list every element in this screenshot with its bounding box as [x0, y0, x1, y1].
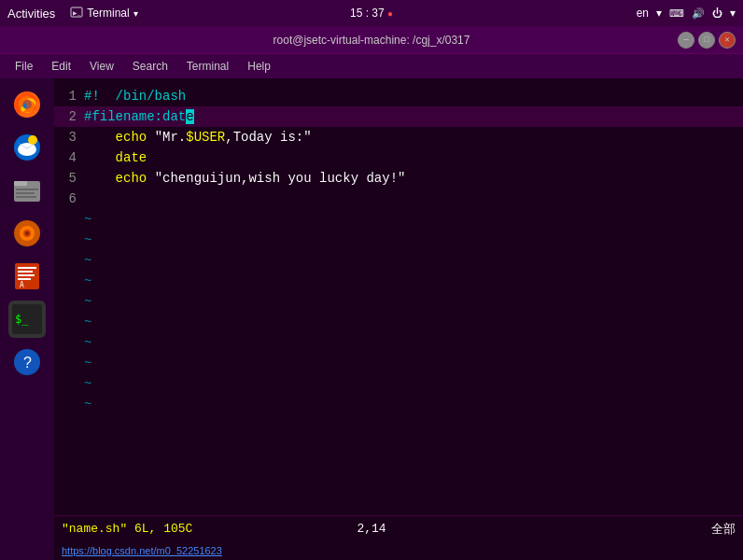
menu-search[interactable]: Search — [125, 58, 175, 75]
activities-label[interactable]: Activities — [7, 7, 55, 21]
svg-rect-9 — [14, 181, 27, 186]
tilde-5: ~ — [54, 291, 743, 312]
tilde-7: ~ — [54, 332, 743, 353]
code-line-3: 3 echo "Mr.$USER,Today is:" — [54, 127, 743, 147]
svg-text:A: A — [20, 281, 24, 289]
sidebar-dock: A $_ ? — [0, 78, 54, 560]
svg-point-7 — [28, 135, 37, 145]
tilde-8: ~ — [54, 353, 743, 373]
dock-sound[interactable] — [8, 215, 46, 252]
keyboard-icon: ⌨ — [669, 7, 684, 20]
svg-rect-19 — [18, 271, 33, 273]
menu-view[interactable]: View — [82, 58, 121, 75]
terminal-icon: ▶_ — [70, 7, 83, 20]
close-button[interactable]: ✕ — [719, 32, 736, 49]
code-line-6: 6 — [54, 189, 743, 209]
svg-text:$_: $_ — [15, 313, 29, 326]
code-line-2: 2 #filename:date — [54, 106, 743, 127]
menu-bar: File Edit View Search Terminal Help — [0, 54, 743, 78]
menu-help[interactable]: Help — [240, 58, 278, 75]
terminal-dropdown-icon: ▾ — [133, 8, 138, 19]
tilde-6: ~ — [54, 312, 743, 332]
tilde-2: ~ — [54, 230, 743, 250]
terminal-editor[interactable]: 1 #! /bin/bash 2 #filename:date 3 echo "… — [54, 78, 743, 515]
dock-text-editor[interactable]: A — [8, 258, 46, 295]
url-link[interactable]: https://blog.csdn.net/m0_52251623 — [62, 545, 222, 556]
dock-thunderbird[interactable] — [8, 129, 46, 166]
terminal-menu-btn[interactable]: ▶_ Terminal ▾ — [70, 7, 137, 20]
svg-point-16 — [25, 231, 29, 235]
title-bar: root@jsetc-virtual-machine: /cgj_x/0317 … — [0, 26, 743, 54]
svg-rect-12 — [16, 196, 36, 198]
dock-firefox[interactable] — [8, 86, 46, 123]
dock-terminal[interactable]: $_ — [8, 301, 46, 338]
system-bar: Activities ▶_ Terminal ▾ 15 : 37 ● en ▾ … — [0, 0, 743, 26]
window-title: root@jsetc-virtual-machine: /cgj_x/0317 — [273, 34, 470, 47]
code-line-5: 5 echo "chenguijun,wish you lucky day!" — [54, 168, 743, 189]
status-position: 2,14 — [357, 522, 386, 536]
tilde-1: ~ — [54, 209, 743, 230]
svg-rect-11 — [16, 192, 35, 194]
power-icon: ⏻ — [712, 7, 722, 19]
minimize-button[interactable]: ─ — [678, 32, 694, 49]
dock-files[interactable] — [8, 172, 46, 209]
tilde-3: ~ — [54, 250, 743, 271]
code-line-4: 4 date — [54, 147, 743, 168]
svg-text:?: ? — [23, 355, 32, 371]
tilde-4: ~ — [54, 271, 743, 291]
lang-dropdown: ▾ — [656, 7, 662, 20]
url-bar: https://blog.csdn.net/m0_52251623 — [54, 541, 743, 560]
menu-file[interactable]: File — [7, 58, 40, 75]
status-filename: "name.sh" 6L, 105C — [62, 522, 711, 536]
svg-rect-10 — [16, 189, 38, 190]
vim-status-bar: "name.sh" 6L, 105C 2,14 全部 — [54, 515, 743, 541]
code-line-1: 1 #! /bin/bash — [54, 86, 743, 106]
system-tray: en ▾ ⌨ 🔊 ⏻ ▾ — [637, 7, 736, 20]
menu-terminal[interactable]: Terminal — [179, 58, 236, 75]
power-dropdown: ▾ — [730, 7, 736, 20]
tilde-9: ~ — [54, 373, 743, 394]
notification-dot: ● — [387, 8, 393, 19]
svg-rect-21 — [18, 278, 31, 280]
maximize-button[interactable]: □ — [698, 32, 715, 49]
tilde-10: ~ — [54, 394, 743, 414]
svg-rect-20 — [18, 274, 35, 276]
main-area: A $_ ? 1 #! /bin/bash — [0, 78, 743, 560]
status-mode: 全部 — [711, 521, 736, 538]
menu-edit[interactable]: Edit — [44, 58, 78, 75]
volume-icon: 🔊 — [692, 7, 705, 20]
dock-help[interactable]: ? — [8, 343, 46, 381]
svg-text:▶_: ▶_ — [73, 10, 81, 16]
terminal-panel: 1 #! /bin/bash 2 #filename:date 3 echo "… — [54, 78, 743, 560]
window-controls: ─ □ ✕ — [678, 32, 736, 49]
lang-indicator: en — [637, 7, 649, 20]
terminal-label: Terminal — [87, 7, 129, 20]
svg-rect-18 — [18, 267, 36, 269]
system-time: 15 : 37 ● — [350, 7, 393, 20]
